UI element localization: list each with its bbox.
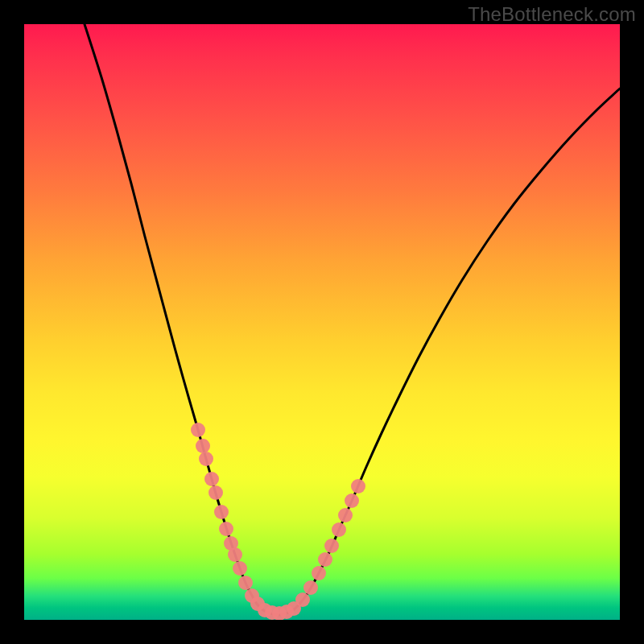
data-point <box>345 493 359 508</box>
attribution-text: TheBottleneck.com <box>468 3 636 26</box>
data-point <box>219 522 233 536</box>
data-dots <box>191 423 365 620</box>
data-point <box>208 485 223 500</box>
data-point <box>214 505 229 519</box>
bottleneck-curve <box>85 24 620 615</box>
data-point <box>204 472 219 486</box>
data-point <box>312 566 326 580</box>
data-point <box>332 522 346 537</box>
data-point <box>338 508 353 522</box>
chart-frame: TheBottleneck.com <box>0 0 644 644</box>
data-point <box>191 423 205 437</box>
data-point <box>351 479 365 493</box>
data-point <box>238 576 253 590</box>
data-point <box>318 552 332 567</box>
data-point <box>228 547 242 562</box>
plot-area <box>24 24 620 620</box>
data-point <box>196 439 210 453</box>
data-point <box>233 561 247 576</box>
data-point <box>295 592 310 607</box>
data-point <box>199 452 213 466</box>
data-point <box>303 580 318 595</box>
curve-svg <box>24 24 620 620</box>
data-point <box>324 539 339 553</box>
